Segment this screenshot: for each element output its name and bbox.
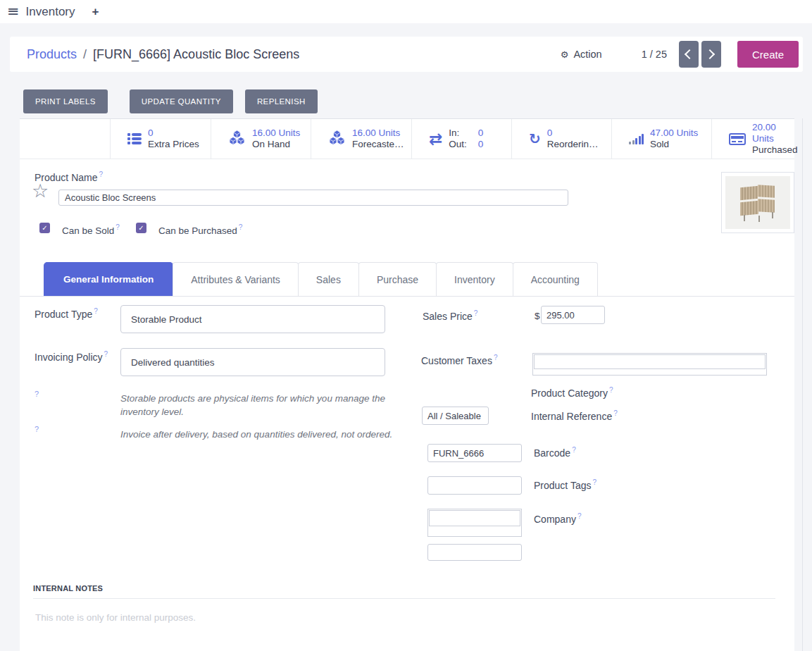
stat-value: 47.00 Units (650, 128, 698, 139)
internal-reference-input[interactable]: FURN_6666 (427, 444, 522, 462)
stat-in-out[interactable]: ⇄ In:0 Out:0 (412, 119, 512, 159)
cubes-icon (228, 130, 246, 148)
breadcrumb: Products / [FURN_6666] Acoustic Bloc Scr… (27, 47, 561, 62)
barcode-input[interactable] (427, 476, 522, 495)
stat-value: 0 (547, 128, 599, 139)
internal-notes-divider (33, 598, 775, 599)
company-input[interactable] (427, 544, 522, 561)
product-image[interactable] (721, 172, 794, 233)
product-tags-label: Product Tags? (534, 478, 596, 491)
app-name[interactable]: Inventory (26, 5, 75, 19)
product-category-text: Product Category (531, 388, 608, 399)
tab-inventory[interactable]: Inventory (436, 262, 513, 296)
can-be-purchased-checkbox[interactable]: ✓ (136, 223, 146, 233)
action-buttons-row: PRINT LABELS UPDATE QUANTITY REPLENISH (23, 89, 318, 113)
stat-purchased[interactable]: 20.00 UnitsPurchased (712, 119, 794, 159)
tab-accounting[interactable]: Accounting (513, 262, 598, 296)
stat-value: 20.00 Units (752, 122, 798, 144)
tab-purchase[interactable]: Purchase (358, 262, 437, 296)
help-icon: ? (572, 446, 576, 454)
internal-reference-text: Internal Reference (531, 411, 612, 422)
out-value: 0 (478, 139, 484, 150)
action-menu-button[interactable]: ⚙ Action (561, 49, 602, 60)
cubes-icon (328, 130, 346, 148)
help-icon: ? (609, 386, 613, 394)
product-type-select[interactable]: Storable Product (120, 305, 385, 333)
stat-value: 0 (148, 128, 199, 139)
stat-label: Extra Prices (148, 139, 199, 150)
previous-record-button[interactable] (679, 41, 699, 68)
stat-buttons-row: 0Extra Prices 16.00 UnitsOn Hand (20, 118, 794, 159)
stat-forecasted[interactable]: 16.00 UnitsForecaste… (311, 119, 412, 159)
top-navbar: ≡ Inventory + (0, 0, 812, 23)
control-panel: Products / [FURN_6666] Acoustic Bloc Scr… (10, 37, 803, 72)
stat-reordering-rules[interactable]: ↻ 0Reorderin… (512, 119, 612, 159)
update-quantity-button[interactable]: UPDATE QUANTITY (130, 89, 233, 113)
favorite-star-icon[interactable]: ☆ (32, 181, 49, 200)
transfer-arrows-icon: ⇄ (429, 131, 442, 147)
stat-sold[interactable]: 47.00 UnitsSold (612, 119, 712, 159)
invoicing-policy-label: Invoicing Policy? (35, 350, 108, 363)
sales-price-text: Sales Price (423, 311, 473, 322)
stat-on-hand[interactable]: 16.00 UnitsOn Hand (211, 119, 311, 159)
product-category-input[interactable]: All / Saleable (422, 407, 489, 425)
help-icon: ? (592, 478, 596, 486)
notebook-tabs: General Information Attributes & Variant… (20, 262, 794, 297)
product-tags-input[interactable] (427, 509, 522, 537)
can-be-sold-text: Can be Sold (62, 225, 114, 236)
product-tags-text: Product Tags (534, 480, 591, 491)
tab-attributes-variants[interactable]: Attributes & Variants (173, 262, 299, 296)
help-icon: ? (104, 350, 108, 358)
customer-taxes-text: Customer Taxes (421, 355, 492, 366)
stat-value: 16.00 Units (352, 128, 404, 139)
signal-bars-icon (629, 133, 644, 144)
help-icon: ? (577, 512, 582, 520)
stat-label: Reorderin… (547, 139, 599, 150)
gear-icon: ⚙ (561, 49, 569, 60)
stat-empty-cell (20, 119, 111, 159)
product-form-sheet: 0Extra Prices 16.00 UnitsOn Hand (20, 118, 794, 651)
barcode-text: Barcode (534, 447, 570, 459)
barcode-label: Barcode? (534, 446, 576, 459)
replenish-button[interactable]: REPLENISH (245, 89, 318, 113)
plus-icon[interactable]: + (92, 5, 99, 19)
next-record-button[interactable] (701, 41, 721, 68)
chevron-left-icon (685, 49, 694, 59)
chevron-right-icon (705, 49, 715, 59)
help-icon: ? (115, 223, 120, 231)
customer-taxes-label: Customer Taxes? (421, 354, 497, 366)
breadcrumb-separator: / (83, 47, 87, 62)
help-icon: ? (474, 309, 478, 317)
internal-reference-label: Internal Reference? (531, 409, 618, 422)
refresh-icon: ↻ (529, 132, 541, 146)
tab-sales[interactable]: Sales (298, 262, 359, 296)
invoicing-policy-help-text: Invoice after delivery, based on quantit… (120, 428, 398, 441)
help-icon: ? (94, 307, 98, 315)
print-labels-button[interactable]: PRINT LABELS (23, 89, 108, 113)
can-be-sold-checkbox[interactable]: ✓ (39, 223, 50, 233)
product-type-help-text: Storable products are physical items for… (120, 392, 398, 418)
sales-price-input[interactable]: 295.00 (541, 306, 605, 324)
internal-notes-textarea[interactable]: This note is only for internal purposes. (35, 612, 196, 623)
tab-general-information[interactable]: General Information (44, 262, 173, 296)
can-be-purchased-label: Can be Purchased? (158, 223, 242, 236)
help-icon: ? (35, 390, 39, 398)
help-icon: ? (494, 354, 498, 361)
right-edge-divider (802, 118, 803, 651)
stat-extra-prices[interactable]: 0Extra Prices (111, 119, 211, 159)
product-name-input[interactable]: Acoustic Bloc Screens (58, 190, 568, 206)
company-text: Company (534, 514, 576, 525)
customer-taxes-input[interactable] (532, 353, 767, 376)
internal-notes-heading: INTERNAL NOTES (33, 584, 103, 593)
invoicing-policy-select[interactable]: Delivered quantities (120, 348, 385, 376)
breadcrumb-products-link[interactable]: Products (27, 47, 77, 62)
hamburger-icon[interactable]: ≡ (7, 4, 20, 19)
credit-card-icon (729, 133, 746, 145)
create-button[interactable]: Create (737, 41, 799, 68)
in-value: 0 (478, 128, 484, 139)
sales-price-label: Sales Price? (423, 309, 477, 322)
company-label: Company? (534, 512, 581, 525)
in-label: In: (449, 128, 467, 139)
record-pager: 1 / 25 (642, 49, 667, 60)
stat-label: On Hand (252, 139, 300, 150)
